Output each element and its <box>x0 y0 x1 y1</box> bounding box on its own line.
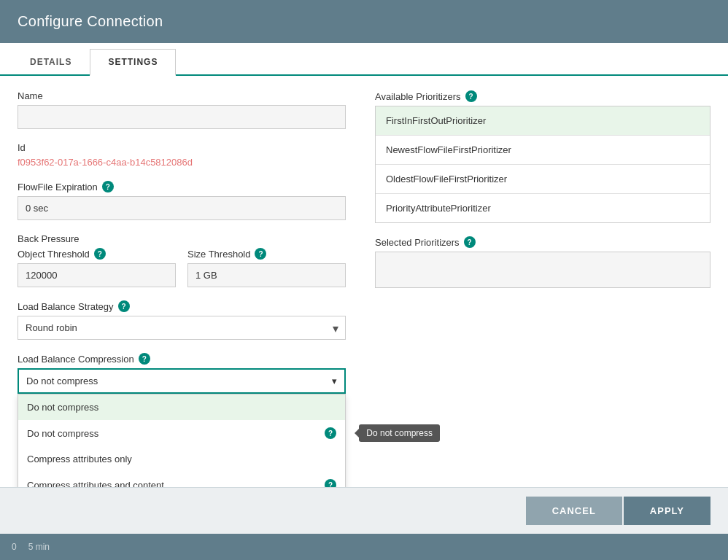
tab-details[interactable]: DETAILS <box>12 49 90 74</box>
right-column: Available Prioritizers ? FirstInFirstOut… <box>375 90 710 472</box>
load-balance-select-wrapper: Round robin Single node Do not load bala… <box>18 316 346 340</box>
dropdown-item-1[interactable]: Do not compress ? Do not compress <box>18 420 345 446</box>
load-balance-strategy-group: Load Balance Strategy ? Round robin Sing… <box>18 300 346 340</box>
name-label: Name <box>18 90 346 101</box>
tab-settings[interactable]: SETTINGS <box>90 49 176 76</box>
size-threshold-group: Size Threshold ? <box>187 248 346 287</box>
flowfile-label: FlowFile Expiration ? <box>18 181 346 192</box>
flowfile-help-icon[interactable]: ? <box>102 181 114 192</box>
dropdown-item-3-help-icon[interactable]: ? <box>325 479 336 487</box>
left-column: Name Id f0953f62-017a-1666-c4aa-b14c5812… <box>18 90 346 472</box>
bottom-bar-item-1: 0 <box>12 542 17 552</box>
compression-chevron-icon: ▾ <box>332 376 337 386</box>
id-label: Id <box>18 142 346 153</box>
configure-connection-dialog: Configure Connection DETAILS SETTINGS Na… <box>0 0 728 560</box>
dialog-body: Name Id f0953f62-017a-1666-c4aa-b14c5812… <box>0 76 728 487</box>
compression-dropdown: Do not compress Do not compress ? Do not… <box>18 394 346 487</box>
size-threshold-help-icon[interactable]: ? <box>255 248 266 260</box>
dropdown-item-3[interactable]: Compress attributes and content ? <box>18 472 345 487</box>
back-pressure-label: Back Pressure <box>18 233 346 244</box>
compression-help-icon[interactable]: ? <box>139 353 150 365</box>
dialog-footer: CANCEL APPLY <box>0 487 728 534</box>
size-threshold-label: Size Threshold ? <box>187 248 346 260</box>
tabs-container: DETAILS SETTINGS <box>0 49 728 76</box>
dropdown-item-1-help-icon[interactable]: ? <box>325 427 336 439</box>
compression-selected-display[interactable]: Do not compress ▾ <box>18 368 346 394</box>
prioritizer-item-3[interactable]: PriorityAttributePrioritizer <box>376 194 710 222</box>
available-prioritizers-label: Available Prioritizers ? <box>375 90 710 102</box>
id-value: f0953f62-017a-1666-c4aa-b14c5812086d <box>18 157 346 168</box>
dropdown-item-0[interactable]: Do not compress <box>18 394 345 420</box>
prioritizer-item-0[interactable]: FirstInFirstOutPrioritizer <box>376 106 710 136</box>
id-field-group: Id f0953f62-017a-1666-c4aa-b14c5812086d <box>18 142 346 168</box>
dropdown-item-2[interactable]: Compress attributes only <box>18 446 345 472</box>
selected-prioritizers-label: Selected Prioritizers ? <box>375 236 710 248</box>
prioritizer-item-2[interactable]: OldestFlowFileFirstPrioritizer <box>376 165 710 194</box>
prioritizer-list: FirstInFirstOutPrioritizer NewestFlowFil… <box>375 106 710 223</box>
dialog-title: Configure Connection <box>18 13 163 29</box>
load-balance-select[interactable]: Round robin Single node Do not load bala… <box>18 316 346 340</box>
load-balance-strategy-label: Load Balance Strategy ? <box>18 300 346 312</box>
bottom-bar: 0 5 min <box>0 534 728 560</box>
name-input[interactable] <box>18 105 346 129</box>
flowfile-field-group: FlowFile Expiration ? <box>18 181 346 220</box>
size-threshold-input[interactable] <box>187 263 346 287</box>
selected-prioritizers-help-icon[interactable]: ? <box>464 236 476 248</box>
bottom-bar-item-2: 5 min <box>28 542 50 552</box>
prioritizer-item-1[interactable]: NewestFlowFileFirstPrioritizer <box>376 136 710 165</box>
object-threshold-input[interactable] <box>18 263 176 287</box>
back-pressure-group: Back Pressure Object Threshold ? Size Th… <box>18 233 346 287</box>
compression-label: Load Balance Compression ? <box>18 353 346 365</box>
selected-prioritizers-area <box>375 252 710 288</box>
back-pressure-fields: Object Threshold ? Size Threshold ? <box>18 248 346 287</box>
object-threshold-group: Object Threshold ? <box>18 248 176 287</box>
cancel-button[interactable]: CANCEL <box>526 497 622 525</box>
available-prioritizers-group: Available Prioritizers ? FirstInFirstOut… <box>375 90 710 223</box>
object-threshold-label: Object Threshold ? <box>18 248 176 260</box>
compression-group: Load Balance Compression ? Do not compre… <box>18 353 346 394</box>
available-prioritizers-help-icon[interactable]: ? <box>465 90 477 102</box>
name-field-group: Name <box>18 90 346 129</box>
object-threshold-help-icon[interactable]: ? <box>94 248 106 260</box>
load-balance-help-icon[interactable]: ? <box>118 300 130 312</box>
apply-button[interactable]: APPLY <box>624 497 710 525</box>
selected-prioritizers-group: Selected Prioritizers ? <box>375 236 710 288</box>
flowfile-input[interactable] <box>18 196 346 220</box>
dialog-header: Configure Connection <box>0 0 728 43</box>
